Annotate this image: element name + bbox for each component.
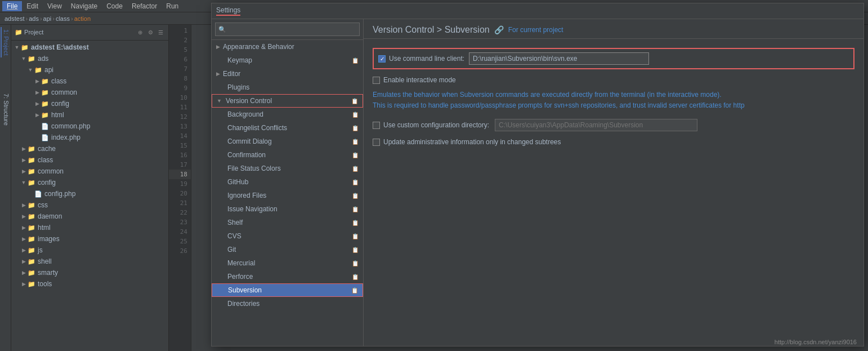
page-icon: 📋 [352, 206, 359, 212]
menu-edit[interactable]: Edit [22, 1, 43, 11]
tree-common1[interactable]: ▶ 📁 common [11, 87, 168, 98]
settings-search-input[interactable] [215, 23, 360, 36]
tree-root[interactable]: ▼ 📁 adstest E:\adstest [11, 42, 168, 53]
tree-daemon[interactable]: ▶ 📁 daemon [11, 211, 168, 222]
tree-api[interactable]: ▼ 📁 api [11, 64, 168, 75]
tree-images[interactable]: ▶ 📁 images [11, 233, 168, 245]
enable-interactive-checkbox[interactable] [373, 77, 380, 84]
vtab-project[interactable]: 1: Project [1, 27, 11, 57]
tree-label: common.php [51, 122, 90, 130]
settings-item-git[interactable]: Git 📋 [212, 243, 363, 256]
folder-icon: 📁 [27, 144, 36, 153]
tree-html1[interactable]: ▶ 📁 html [11, 109, 168, 121]
arrow-icon: ▼ [217, 98, 223, 104]
settings-for-current-project[interactable]: For current project [508, 26, 563, 34]
tree-common2[interactable]: ▶ 📁 common [11, 166, 168, 177]
settings-group-appearance[interactable]: ▶ Appearance & Behavior [212, 40, 363, 54]
svn-path-input[interactable] [469, 52, 649, 65]
line-8: 10 [169, 93, 191, 103]
vtab-structure[interactable]: 7: Structure [1, 91, 11, 128]
menu-run[interactable]: Run [162, 1, 183, 11]
settings-item-issue-navigation[interactable]: Issue Navigation 📋 [212, 202, 363, 216]
settings-item-changelist[interactable]: Changelist Conflicts 📋 [212, 121, 363, 135]
use-command-line-checkbox[interactable] [378, 55, 386, 63]
update-admin-label[interactable]: Update administrative information only i… [373, 138, 561, 146]
arrow-icon: ▶ [34, 78, 41, 85]
arrow-icon: ▶ [216, 71, 223, 77]
line-9: 11 [169, 103, 191, 112]
settings-item-confirmation[interactable]: Confirmation 📋 [212, 148, 363, 162]
custom-config-checkbox[interactable] [373, 122, 380, 129]
watermark: http://blog.csdn.net/yanzi9016 [775, 339, 857, 345]
line-21: 23 [169, 217, 191, 227]
menu-view[interactable]: View [43, 1, 66, 11]
search-box: 🔍 [212, 19, 363, 40]
tree-config2[interactable]: ▼ 📁 config [11, 177, 168, 188]
settings-item-cvs[interactable]: CVS 📋 [212, 229, 363, 243]
settings-item-directories[interactable]: Directories [212, 297, 363, 310]
settings-item-mercurial[interactable]: Mercurial 📋 [212, 256, 363, 270]
tree-label: tools [38, 280, 52, 288]
settings-item-keymap[interactable]: Keymap 📋 [212, 54, 363, 67]
arrow-icon: ▼ [20, 55, 27, 62]
page-icon: 📋 [352, 125, 359, 131]
item-label: Subversion [228, 286, 262, 294]
use-command-line-box: Use command line client: [373, 48, 854, 69]
tree-js[interactable]: ▶ 📁 js [11, 245, 168, 256]
panel-icon-plus[interactable]: ⊕ [136, 28, 145, 37]
breadcrumb-ads[interactable]: ads [29, 15, 39, 22]
group-label: Editor [223, 70, 240, 78]
settings-item-shelf[interactable]: Shelf 📋 [212, 216, 363, 229]
settings-item-github[interactable]: GitHub 📋 [212, 175, 363, 189]
settings-item-ignored-files[interactable]: Ignored Files 📋 [212, 189, 363, 202]
settings-item-subversion[interactable]: Subversion 📋 [212, 283, 363, 297]
settings-item-perforce[interactable]: Perforce 📋 [212, 270, 363, 283]
breadcrumb-adstest[interactable]: adstest [5, 15, 24, 22]
folder-icon: 📁 [41, 77, 50, 86]
tree-smarty[interactable]: ▶ 📁 smarty [11, 267, 168, 278]
item-label: Ignored Files [227, 192, 266, 199]
tree-common-php[interactable]: ▶ 📄 common.php [11, 121, 168, 132]
breadcrumb-class[interactable]: class [56, 15, 70, 22]
settings-group-editor[interactable]: ▶ Editor [212, 67, 363, 81]
line-7: 9 [169, 83, 191, 93]
tree-css[interactable]: ▶ 📁 css [11, 199, 168, 211]
menu-refactor[interactable]: Refactor [127, 1, 162, 11]
use-command-line-label[interactable]: Use command line client: [378, 55, 464, 63]
use-command-line-text: Use command line client: [389, 55, 464, 63]
tree-config1[interactable]: ▶ 📁 config [11, 98, 168, 109]
settings-item-plugins[interactable]: Plugins [212, 81, 363, 94]
update-admin-checkbox[interactable] [373, 139, 380, 146]
enable-interactive-label[interactable]: Enable interactive mode [373, 76, 456, 84]
tree-tools[interactable]: ▶ 📁 tools [11, 278, 168, 290]
tree-html2[interactable]: ▶ 📁 html [11, 222, 168, 233]
tree-class2[interactable]: ▶ 📁 class [11, 154, 168, 166]
item-label: Perforce [227, 273, 253, 281]
menu-code[interactable]: Code [102, 1, 127, 11]
settings-group-version-control[interactable]: ▼ Version Control 📋 [212, 94, 363, 108]
tree-ads[interactable]: ▼ 📁 ads [11, 53, 168, 64]
arrow-icon: ▶ [20, 236, 27, 242]
settings-item-file-status-colors[interactable]: File Status Colors 📋 [212, 162, 363, 175]
page-icon: 📋 [352, 247, 359, 253]
panel-icon-settings[interactable]: ☰ [156, 28, 165, 37]
tree-cache[interactable]: ▶ 📁 cache [11, 143, 168, 154]
breadcrumb-api[interactable]: api [43, 15, 52, 22]
custom-config-label[interactable]: Use custom configuration directory: [373, 121, 489, 129]
panel-icon-gear[interactable]: ⚙ [146, 28, 155, 37]
tree-shell[interactable]: ▶ 📁 shell [11, 256, 168, 267]
menu-navigate[interactable]: Navigate [66, 1, 102, 11]
tree-index-php[interactable]: ▶ 📄 index.php [11, 132, 168, 143]
tree-label: html [38, 224, 51, 232]
settings-item-commit-dialog[interactable]: Commit Dialog 📋 [212, 135, 363, 148]
tree-config-php[interactable]: ▶ 📄 config.php [11, 188, 168, 199]
line-4: 6 [169, 55, 191, 64]
tree-label: api [44, 66, 53, 74]
custom-config-input[interactable] [495, 119, 697, 131]
settings-right-content: Use command line client: Enable interact… [364, 39, 863, 346]
settings-item-background[interactable]: Background 📋 [212, 108, 363, 121]
breadcrumb-action[interactable]: action [74, 15, 91, 22]
tree-class1[interactable]: ▶ 📁 class [11, 75, 168, 87]
tree-label: config [38, 179, 56, 186]
menu-file[interactable]: File [2, 1, 22, 11]
